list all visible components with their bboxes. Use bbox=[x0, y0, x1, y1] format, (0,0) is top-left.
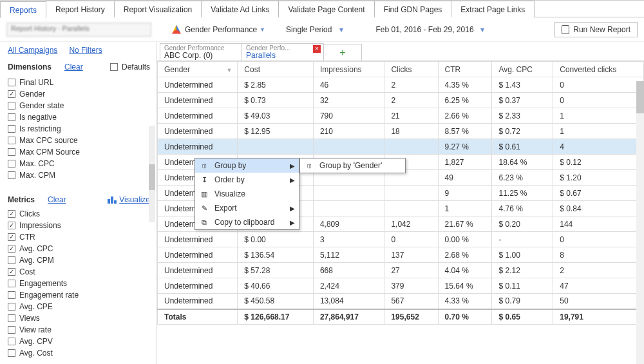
table-wrap: Gender▼CostImpressionsClicksCTRAvg. CPCC… bbox=[157, 61, 644, 364]
breadcrumb-box[interactable]: Report History · Parallels bbox=[6, 23, 151, 37]
table-cell: 210 bbox=[313, 124, 384, 139]
dropdown-report-type[interactable]: Gender Performance ▾ bbox=[172, 25, 264, 34]
col-gender[interactable]: Gender▼ bbox=[158, 62, 238, 77]
scrollbar-thumb[interactable] bbox=[149, 164, 155, 190]
table-row[interactable]: Undetermined$ 0.733226.25 %$ 0.370 bbox=[158, 93, 644, 108]
col-cost[interactable]: Cost bbox=[238, 62, 314, 77]
check-engagements[interactable]: Engagements bbox=[8, 278, 150, 289]
table-cell: $ 1.43 bbox=[492, 77, 553, 93]
check-label: Max. CPM bbox=[19, 171, 55, 180]
check-clicks[interactable]: Clicks bbox=[8, 208, 150, 220]
col-ctr[interactable]: CTR bbox=[438, 62, 492, 77]
check-label: Avg. CPC bbox=[19, 244, 53, 253]
context-item-visualize[interactable]: ▥Visualize bbox=[195, 187, 299, 201]
table-row[interactable]: Undetermined$ 40.662,42437915.64 %$ 0.11… bbox=[158, 278, 644, 294]
check-avg-cost[interactable]: Avg. Cost bbox=[8, 347, 150, 359]
table-cell: 9 bbox=[438, 186, 492, 201]
table-cell: 790 bbox=[313, 108, 384, 124]
scrollbar-thumb[interactable] bbox=[636, 81, 644, 113]
table-cell: 2.66 % bbox=[438, 108, 492, 124]
device-icon bbox=[562, 25, 569, 34]
check-avg-cpv[interactable]: Avg. CPV bbox=[8, 336, 150, 347]
table-cell: Undetermined bbox=[158, 263, 238, 278]
tab-validate-page-content[interactable]: Validate Page Content bbox=[278, 1, 374, 17]
check-max-cpm[interactable]: Max. CPM bbox=[8, 169, 150, 181]
table-cell: 6.23 % bbox=[492, 170, 553, 186]
table-row[interactable]: Undetermined$ 57.28668274.04 %$ 2.122 bbox=[158, 263, 644, 278]
table-row[interactable]: Undetermined$ 136.545,1121372.68 %$ 1.00… bbox=[158, 247, 644, 263]
col-clicks[interactable]: Clicks bbox=[384, 62, 438, 77]
col-avg-cpc[interactable]: Avg. CPC bbox=[492, 62, 553, 77]
table-cell: 15.64 % bbox=[438, 278, 492, 294]
link-visualize[interactable]: Visualize bbox=[119, 195, 150, 204]
check-max-cpc[interactable]: Max. CPC bbox=[8, 158, 150, 169]
check-avg-cpe[interactable]: Avg. CPE bbox=[8, 301, 150, 312]
col-converted-clicks[interactable]: Converted clicks bbox=[553, 62, 644, 77]
col-impressions[interactable]: Impressions bbox=[313, 62, 384, 77]
check-max-cpc-source[interactable]: Max CPC source bbox=[8, 135, 150, 146]
table-cell: 4.76 % bbox=[492, 201, 553, 216]
table-cell: 4 bbox=[553, 139, 644, 155]
sidebar-scrollbar[interactable] bbox=[149, 126, 155, 222]
check-max-cpm-source[interactable]: Max CPM Source bbox=[8, 146, 150, 158]
table-cell: 0 bbox=[553, 93, 644, 108]
table-scrollbar[interactable] bbox=[636, 81, 644, 364]
tab-report-history[interactable]: Report History bbox=[46, 1, 115, 17]
context-item-order-by[interactable]: ↧Order by▶ bbox=[195, 173, 299, 187]
table-cell: $ 0.61 bbox=[492, 139, 553, 155]
check-view-rate[interactable]: View rate bbox=[8, 324, 150, 336]
chevron-right-icon: ▶ bbox=[290, 162, 295, 169]
run-report-button[interactable]: Run New Report bbox=[554, 22, 638, 37]
context-menu: ⎅Group by▶↧Order by▶▥Visualize✎Export▶⧉C… bbox=[194, 158, 299, 230]
context-item-group-by[interactable]: ⎅Group by▶ bbox=[195, 158, 299, 173]
check-impressions[interactable]: Impressions bbox=[8, 220, 150, 231]
doc-tab-add[interactable]: + bbox=[323, 44, 362, 61]
table-cell: $ 0.00 bbox=[238, 232, 314, 247]
tab-reports[interactable]: Reports bbox=[0, 1, 46, 18]
table-row[interactable]: Undetermined9.27 %$ 0.614 bbox=[158, 139, 644, 155]
link-all-campaigns[interactable]: All Campaigns bbox=[8, 46, 57, 55]
link-clear-dimensions[interactable]: Clear bbox=[64, 62, 83, 72]
context-item-export[interactable]: ✎Export▶ bbox=[195, 201, 299, 215]
tab-report-visualization[interactable]: Report Visualization bbox=[114, 1, 202, 17]
checkbox-icon bbox=[8, 256, 15, 264]
table-cell: 4,809 bbox=[313, 216, 384, 232]
check-gender[interactable]: Gender bbox=[8, 88, 150, 100]
tab-find-gdn-pages[interactable]: Find GDN Pages bbox=[374, 1, 452, 17]
table-cell: 1 bbox=[553, 108, 644, 124]
tab-validate-ad-links[interactable]: Validate Ad Links bbox=[201, 1, 279, 17]
check-ctr[interactable]: CTR bbox=[8, 231, 150, 243]
check-label: Avg. CPE bbox=[19, 302, 53, 311]
context-item-copy-to-clipboard[interactable]: ⧉Copy to clipboard▶ bbox=[195, 215, 299, 229]
check-views[interactable]: Views bbox=[8, 312, 150, 324]
defaults-checkbox[interactable]: Defaults bbox=[110, 61, 150, 73]
checkbox-icon bbox=[8, 280, 15, 287]
check-engagement-rate[interactable]: Engagement rate bbox=[8, 289, 150, 301]
table-cell: $ 12.95 bbox=[238, 124, 314, 139]
doc-tab-parallels[interactable]: Gender Perfo...Parallels× bbox=[242, 43, 324, 61]
link-clear-metrics[interactable]: Clear bbox=[48, 195, 66, 204]
table-cell: 18.64 % bbox=[492, 155, 553, 170]
check-gender-state[interactable]: Gender state bbox=[8, 100, 150, 111]
context-submenu-item-group-by-gender[interactable]: ⎅ Group by 'Gender' bbox=[300, 158, 405, 173]
close-icon[interactable]: × bbox=[313, 45, 321, 53]
check-avg-cpc[interactable]: Avg. CPC bbox=[8, 243, 150, 254]
check-final-url[interactable]: Final URL bbox=[8, 77, 150, 88]
check-is-restricting[interactable]: Is restricting bbox=[8, 123, 150, 135]
doc-tab-abc-corp-0-[interactable]: Gender PerformanceABC Corp. (0) bbox=[160, 43, 242, 61]
chevron-right-icon: ▶ bbox=[290, 219, 295, 226]
table-row[interactable]: Undetermined$ 12.95210188.57 %$ 0.721 bbox=[158, 124, 644, 139]
table-row[interactable]: Undetermined$ 49.03790212.66 %$ 2.331 bbox=[158, 108, 644, 124]
checkbox-icon bbox=[8, 137, 15, 144]
tab-extract-page-links[interactable]: Extract Page Links bbox=[451, 1, 535, 17]
check-cost[interactable]: Cost bbox=[8, 266, 150, 278]
check-is-negative[interactable]: Is negative bbox=[8, 111, 150, 123]
table-cell: $ 2.33 bbox=[492, 108, 553, 124]
check-avg-cpm[interactable]: Avg. CPM bbox=[8, 254, 150, 266]
dropdown-period[interactable]: Single Period ▾ bbox=[286, 25, 343, 34]
table-row[interactable]: Undetermined$ 450.5813,0845674.33 %$ 0.7… bbox=[158, 294, 644, 309]
table-row[interactable]: Undetermined$ 0.00300.00 %-0 bbox=[158, 232, 644, 247]
daterange-picker[interactable]: Feb 01, 2016 - Feb 29, 2016 ▾ bbox=[375, 25, 484, 34]
table-row[interactable]: Undetermined$ 2.854624.35 %$ 1.430 bbox=[158, 77, 644, 93]
link-no-filters[interactable]: No Filters bbox=[69, 46, 102, 55]
